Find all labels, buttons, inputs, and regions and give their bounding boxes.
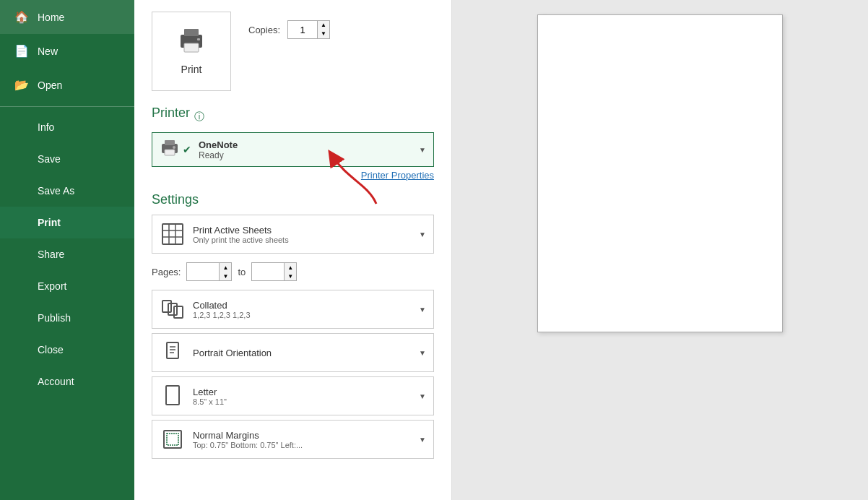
sidebar-item-save-as[interactable]: Save As	[0, 175, 134, 207]
home-icon: 🏠	[14, 10, 29, 24]
svg-rect-6	[165, 150, 175, 155]
print-panel: Print Copies: ▲ ▼ Printer ⓘ	[134, 0, 452, 500]
svg-rect-17	[167, 342, 178, 358]
settings-dropdown-collated[interactable]: Collated 1,2,3 1,2,3 1,2,3 ▼	[152, 290, 434, 329]
svg-rect-1	[184, 29, 199, 36]
sidebar-item-publish[interactable]: Publish	[0, 302, 134, 334]
sidebar-item-label: Save As	[38, 185, 74, 197]
printer-section-header: Printer ⓘ	[152, 105, 434, 128]
collated-dropdown-arrow: ▼	[419, 306, 426, 314]
svg-rect-21	[166, 386, 179, 405]
orientation-dropdown-arrow: ▼	[419, 349, 426, 357]
copies-label: Copies:	[248, 25, 280, 35]
copies-spinner: ▲ ▼	[317, 21, 329, 38]
sidebar-item-label: Open	[38, 79, 62, 91]
sidebar-item-open[interactable]: 📂 Open	[0, 68, 134, 102]
sidebar-item-save[interactable]: Save	[0, 143, 134, 175]
sidebar-item-home[interactable]: 🏠 Home	[0, 0, 134, 34]
svg-rect-9	[162, 224, 183, 244]
collated-sub: 1,2,3 1,2,3 1,2,3	[193, 311, 412, 319]
print-sheets-icon	[160, 221, 186, 247]
letter-sub: 8.5" x 11"	[193, 397, 412, 406]
printer-props-area: Printer Properties	[152, 170, 434, 181]
letter-main: Letter	[193, 387, 412, 397]
sidebar-item-close[interactable]: Close	[0, 334, 134, 366]
printer-dropdown[interactable]: ✔ OneNote Ready ▼	[152, 132, 434, 167]
svg-rect-5	[165, 140, 175, 145]
copies-section: Copies: ▲ ▼	[248, 20, 330, 39]
pages-to-input-wrap: ▲ ▼	[251, 262, 297, 281]
printer-ready-check: ✔	[183, 144, 191, 155]
new-icon: 📄	[14, 44, 29, 58]
settings-text-collated: Collated 1,2,3 1,2,3 1,2,3	[193, 300, 412, 319]
svg-rect-3	[197, 38, 200, 40]
settings-dropdown-margins[interactable]: Normal Margins Top: 0.75" Bottom: 0.75" …	[152, 420, 434, 459]
sidebar-item-label: Publish	[38, 312, 71, 324]
pages-from-input[interactable]	[187, 267, 219, 277]
copies-input[interactable]	[288, 25, 317, 35]
svg-rect-14	[162, 301, 171, 312]
copies-decrement[interactable]: ▼	[318, 30, 329, 38]
margins-main: Normal Margins	[193, 430, 412, 441]
info-icon[interactable]: ⓘ	[194, 111, 204, 124]
pages-label: Pages:	[152, 267, 181, 277]
copies-increment[interactable]: ▲	[318, 21, 329, 30]
sidebar-item-print[interactable]: Print	[0, 207, 134, 238]
pages-to-increment[interactable]: ▲	[285, 263, 296, 272]
settings-text-margins: Normal Margins Top: 0.75" Bottom: 0.75" …	[193, 430, 412, 449]
letter-icon	[160, 383, 186, 409]
margins-dropdown-arrow: ▼	[419, 436, 426, 444]
sidebar-item-label: Export	[38, 280, 66, 292]
printer-status: Ready	[199, 150, 412, 160]
settings-dropdown-letter[interactable]: Letter 8.5" x 11" ▼	[152, 376, 434, 415]
settings-section-title: Settings	[152, 192, 434, 207]
svg-rect-2	[184, 43, 199, 52]
sidebar-item-label: Info	[38, 121, 54, 133]
svg-rect-16	[174, 306, 183, 318]
printer-section-title: Printer	[152, 105, 190, 121]
settings-sub-label: Only print the active sheets	[193, 236, 412, 244]
pages-to-label: to	[238, 267, 246, 277]
sidebar-item-export[interactable]: Export	[0, 270, 134, 302]
sidebar-item-account[interactable]: Account	[0, 366, 134, 397]
margins-icon	[160, 426, 186, 452]
pages-from-spinner: ▲ ▼	[219, 263, 231, 280]
settings-section: Settings Print Active Sheets Only print …	[152, 192, 434, 459]
pages-from-decrement[interactable]: ▼	[220, 272, 231, 280]
sidebar-item-label: Close	[38, 344, 64, 355]
pages-to-decrement[interactable]: ▼	[285, 272, 296, 280]
settings-text-orientation: Portrait Orientation	[193, 348, 412, 358]
printer-name: OneNote	[199, 139, 412, 150]
sidebar: 🏠 Home 📄 New 📂 Open Info Save Save As Pr…	[0, 0, 134, 500]
printer-section: Printer ⓘ ✔ OneNote	[152, 105, 434, 181]
settings-dropdown-print-active-sheets[interactable]: Print Active Sheets Only print the activ…	[152, 215, 434, 254]
page-preview	[537, 14, 783, 332]
sidebar-item-label: Home	[38, 12, 64, 23]
open-icon: 📂	[14, 78, 29, 92]
collated-icon	[160, 296, 186, 322]
orientation-icon	[160, 340, 186, 366]
collated-main: Collated	[193, 300, 412, 311]
settings-text-print-active-sheets: Print Active Sheets Only print the activ…	[193, 225, 412, 244]
print-button-icon	[177, 27, 206, 59]
sidebar-item-share[interactable]: Share	[0, 238, 134, 270]
printer-properties-link[interactable]: Printer Properties	[152, 170, 434, 181]
settings-dropdown-orientation[interactable]: Portrait Orientation ▼	[152, 333, 434, 372]
sidebar-divider-1	[0, 106, 134, 107]
printer-device-icon	[160, 139, 180, 160]
sidebar-item-new[interactable]: 📄 New	[0, 34, 134, 68]
printer-dropdown-arrow: ▼	[419, 146, 426, 154]
copies-input-wrap: ▲ ▼	[287, 20, 330, 39]
pages-to-spinner: ▲ ▼	[284, 263, 296, 280]
margins-sub: Top: 0.75" Bottom: 0.75" Left:...	[193, 441, 412, 449]
preview-panel	[452, 0, 868, 500]
svg-rect-23	[167, 434, 178, 445]
pages-from-increment[interactable]: ▲	[220, 263, 231, 272]
sidebar-item-info[interactable]: Info	[0, 111, 134, 143]
printer-info: OneNote Ready	[199, 139, 412, 160]
printer-icon-wrap: ✔	[160, 139, 191, 160]
pages-from-input-wrap: ▲ ▼	[186, 262, 232, 281]
settings-text-letter: Letter 8.5" x 11"	[193, 387, 412, 406]
print-button[interactable]: Print	[152, 12, 231, 91]
pages-to-input[interactable]	[252, 267, 284, 277]
